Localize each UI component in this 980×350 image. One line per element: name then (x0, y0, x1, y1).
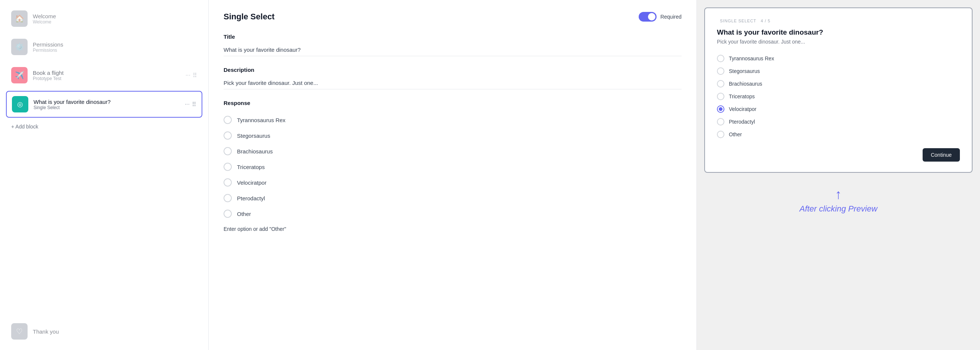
page-title: Single Select (224, 12, 275, 22)
preview-radio-triceratops (717, 93, 724, 100)
preview-meta-count: 4 / 5 (761, 19, 771, 23)
preview-option-label-tyrannosaurus: Tyrannosaurus Rex (729, 55, 774, 62)
preview-radio-other (717, 131, 724, 138)
sidebar-item-subtitle-permissions: Permissions (33, 48, 197, 53)
response-section: Response Tyrannosaurus Rex Stegorsaurus … (224, 100, 681, 232)
preview-radio-tyrannosaurus (717, 55, 724, 62)
title-input[interactable] (224, 44, 681, 56)
sidebar-item-title-welcome: Welcome (33, 13, 197, 19)
main-header: Single Select Required (224, 12, 681, 22)
sidebar-item-title-thank-you: Thank you (33, 328, 197, 335)
sidebar-item-book-flight[interactable]: ✈️ Book a flight Prototype Test ··· ⠿ (6, 63, 202, 88)
preview-question: What is your favorite dinosaur? (717, 28, 960, 36)
enter-option-text: Enter option (224, 226, 252, 232)
preview-caption: After clicking Preview (799, 204, 877, 214)
preview-option-stegorsaurus[interactable]: Stegorsaurus (717, 65, 960, 78)
option-pterodactyl[interactable]: Pterodactyl (224, 190, 681, 206)
enter-option-link[interactable]: Enter option or add "Other" (224, 226, 681, 232)
preview-radio-brachiosaurus (717, 80, 724, 87)
preview-option-velociratpor[interactable]: Velociratpor (717, 103, 960, 116)
option-tyrannosaurus[interactable]: Tyrannosaurus Rex (224, 112, 681, 128)
preview-option-other[interactable]: Other (717, 128, 960, 141)
preview-option-brachiosaurus[interactable]: Brachiosaurus (717, 78, 960, 90)
description-label: Description (224, 67, 681, 73)
sidebar-item-icon-favorite-dino: ◎ (12, 96, 28, 112)
preview-description: Pick your favorite dinosaur. Just one... (717, 39, 960, 45)
sidebar-item-thank-you[interactable]: ♡ Thank you (6, 319, 202, 344)
sidebar-item-subtitle-book-flight: Prototype Test (33, 76, 180, 81)
preview-option-label-triceratops: Triceratops (729, 93, 755, 100)
title-section: Title (224, 33, 681, 56)
radio-tyrannosaurus (224, 116, 232, 124)
preview-radio-velociratpor (717, 105, 724, 113)
preview-continue-row: Continue (717, 148, 960, 162)
option-velociratpor[interactable]: Velociratpor (224, 175, 681, 190)
sidebar-item-title-book-flight: Book a flight (33, 70, 180, 76)
drag-icon[interactable]: ⠿ (192, 101, 196, 108)
option-triceratops[interactable]: Triceratops (224, 159, 681, 175)
option-brachiosaurus[interactable]: Brachiosaurus (224, 143, 681, 159)
more-icon[interactable]: ··· (186, 72, 191, 79)
option-label-velociratpor: Velociratpor (237, 179, 266, 186)
preview-option-label-pterodactyl: Pterodactyl (729, 119, 755, 125)
preview-option-pterodactyl[interactable]: Pterodactyl (717, 116, 960, 128)
option-label-other: Other (237, 211, 251, 217)
sidebar-item-favorite-dino[interactable]: ◎ What is your favorite dinosaur? Single… (6, 91, 202, 118)
sidebar-item-icon-permissions: ⚙️ (11, 39, 27, 55)
sidebar-item-title-favorite-dino: What is your favorite dinosaur? (33, 99, 180, 105)
description-input[interactable] (224, 77, 681, 89)
preview-option-label-velociratpor: Velociratpor (729, 106, 756, 112)
more-icon[interactable]: ··· (185, 101, 190, 108)
sidebar-item-icon-thank-you: ♡ (11, 323, 27, 340)
preview-panel: SINGLE SELECT 4 / 5 What is your favorit… (697, 0, 980, 350)
option-label-triceratops: Triceratops (237, 164, 264, 170)
preview-label-row: ↑ After clicking Preview (697, 180, 980, 221)
preview-meta: SINGLE SELECT 4 / 5 (717, 19, 960, 23)
radio-stegorsaurus (224, 131, 232, 139)
option-stegorsaurus[interactable]: Stegorsaurus (224, 128, 681, 143)
sidebar-item-welcome[interactable]: 🏠 Welcome Welcome (6, 6, 202, 31)
preview-caption-italic: Preview (848, 204, 877, 213)
preview-option-label-brachiosaurus: Brachiosaurus (729, 81, 762, 87)
preview-card: SINGLE SELECT 4 / 5 What is your favorit… (704, 8, 972, 173)
preview-option-tyrannosaurus[interactable]: Tyrannosaurus Rex (717, 52, 960, 65)
radio-other (224, 210, 232, 218)
required-label: Required (660, 14, 681, 20)
sidebar-item-subtitle-favorite-dino: Single Select (33, 105, 180, 110)
sidebar: 🏠 Welcome Welcome ⚙️ Permissions Permiss… (0, 0, 209, 350)
add-block-button[interactable]: + Add block (6, 120, 202, 133)
sidebar-item-subtitle-welcome: Welcome (33, 19, 197, 25)
drag-icon[interactable]: ⠿ (192, 72, 197, 79)
option-label-stegorsaurus: Stegorsaurus (237, 133, 270, 139)
continue-button[interactable]: Continue (923, 148, 960, 162)
radio-pterodactyl (224, 194, 232, 202)
main-content: Single Select Required Title Description… (209, 0, 697, 350)
radio-triceratops (224, 163, 232, 171)
option-label-pterodactyl: Pterodactyl (237, 195, 265, 201)
sidebar-item-icon-book-flight: ✈️ (11, 67, 27, 83)
preview-arrow-icon: ↑ (835, 188, 842, 201)
preview-caption-text: After clicking (799, 204, 848, 213)
sidebar-item-title-permissions: Permissions (33, 41, 197, 48)
add-block-label: + Add block (11, 124, 38, 130)
radio-velociratpor (224, 178, 232, 187)
sidebar-item-icon-welcome: 🏠 (11, 10, 27, 27)
description-section: Description (224, 67, 681, 89)
preview-option-label-stegorsaurus: Stegorsaurus (729, 68, 760, 74)
preview-radio-pterodactyl (717, 118, 724, 125)
option-label-tyrannosaurus: Tyrannosaurus Rex (237, 117, 285, 123)
radio-brachiosaurus (224, 147, 232, 155)
preview-radio-stegorsaurus (717, 67, 724, 75)
preview-option-triceratops[interactable]: Triceratops (717, 90, 960, 103)
required-toggle-switch[interactable] (639, 12, 657, 22)
add-other-text: or add "Other" (253, 226, 286, 232)
option-label-brachiosaurus: Brachiosaurus (237, 148, 273, 155)
required-toggle[interactable]: Required (639, 12, 681, 22)
option-other[interactable]: Other (224, 206, 681, 222)
response-label: Response (224, 100, 681, 106)
sidebar-item-permissions[interactable]: ⚙️ Permissions Permissions (6, 34, 202, 60)
preview-meta-label: SINGLE SELECT (720, 19, 756, 23)
preview-option-label-other: Other (729, 131, 742, 138)
title-label: Title (224, 33, 681, 40)
